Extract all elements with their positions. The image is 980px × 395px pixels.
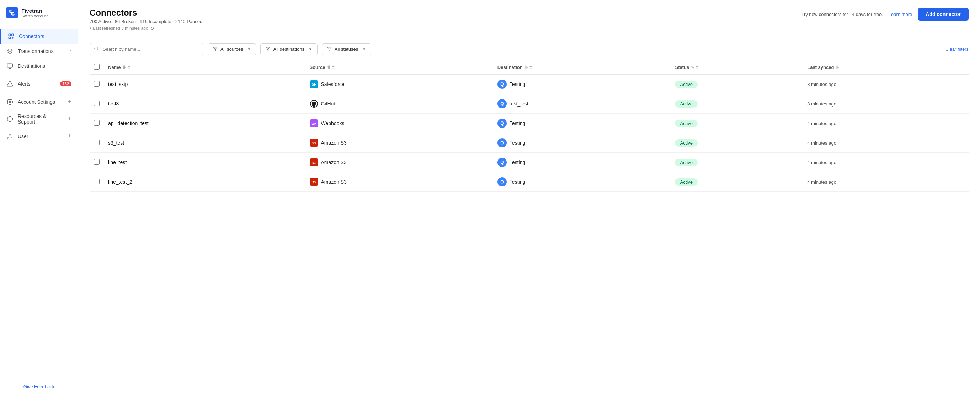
row-last-synced-2: 4 minutes ago	[803, 114, 969, 133]
all-destinations-dropdown[interactable]: All destinations ▼	[260, 43, 317, 56]
connectors-table: Name ⇅ ≡ Source ⇅ ≡	[90, 60, 969, 192]
source-name-5: Amazon S3	[321, 179, 347, 185]
main-content: Connectors 700 Active · 86 Broken · 919 …	[78, 0, 980, 395]
learn-more-link[interactable]: Learn more	[889, 12, 912, 17]
connector-name-0[interactable]: test_skip	[108, 81, 128, 87]
logo-text: Fivetran Switch account	[21, 8, 48, 18]
last-synced-value-3: 4 minutes ago	[807, 140, 836, 146]
row-checkbox-cell-2[interactable]	[90, 114, 104, 133]
th-last-synced[interactable]: Last synced ⇅	[803, 60, 969, 75]
row-name-4: line_test	[104, 153, 305, 172]
row-checkbox-0[interactable]	[94, 81, 100, 87]
th-destination[interactable]: Destination ⇅ ≡	[493, 60, 671, 75]
connector-name-1[interactable]: test3	[108, 101, 119, 106]
connectors-icon	[8, 33, 14, 40]
th-source[interactable]: Source ⇅ ≡	[305, 60, 493, 75]
source-name-1: GitHub	[321, 101, 337, 106]
source-group-icon: ≡	[332, 65, 335, 70]
source-logo-3: S3	[310, 138, 318, 147]
select-all-checkbox[interactable]	[94, 64, 100, 70]
refresh-info: • Last refreshed 3 minutes ago ↻	[90, 25, 202, 31]
dest-name-2: Testing	[509, 121, 525, 126]
svg-text:S3: S3	[312, 181, 316, 184]
source-cell-3: S3 Amazon S3	[310, 138, 489, 147]
source-sort-icon[interactable]: ⇅	[327, 65, 330, 69]
sidebar-item-account-settings[interactable]: Account Settings +	[0, 94, 78, 109]
row-checkbox-cell-0[interactable]	[90, 75, 104, 94]
add-connector-button[interactable]: Add connector	[918, 8, 969, 21]
svg-text:WH: WH	[312, 122, 317, 125]
row-checkbox-cell-4[interactable]	[90, 153, 104, 172]
transformations-icon	[6, 48, 14, 55]
sidebar-item-alerts[interactable]: Alerts 162	[0, 76, 78, 91]
connector-name-2[interactable]: api_detection_test	[108, 121, 149, 126]
all-statuses-dropdown[interactable]: All statuses ▼	[322, 43, 371, 56]
dest-cell-5: Q Testing	[498, 177, 667, 187]
dest-icon-1: Q	[498, 99, 507, 108]
row-checkbox-5[interactable]	[94, 179, 100, 184]
source-logo-5: S3	[310, 178, 318, 186]
status-badge-3: Active	[675, 139, 697, 147]
source-cell-2: WH Webhooks	[310, 119, 489, 127]
switch-account[interactable]: Switch account	[21, 14, 48, 18]
sidebar-item-resources[interactable]: Resources & Support +	[0, 109, 78, 128]
row-checkbox-cell-3[interactable]	[90, 133, 104, 153]
clear-filters-button[interactable]: Clear filters	[945, 46, 969, 52]
status-sort-icon[interactable]: ⇅	[691, 65, 694, 69]
connector-name-5[interactable]: line_test_2	[108, 179, 132, 185]
dest-name-3: Testing	[509, 140, 525, 146]
last-synced-sort-icon[interactable]: ⇅	[836, 65, 839, 69]
th-name[interactable]: Name ⇅ ≡	[104, 60, 305, 75]
sidebar-item-user[interactable]: User +	[0, 128, 78, 144]
sidebar-item-transformations[interactable]: Transformations ›	[0, 44, 78, 59]
row-source-5: S3 Amazon S3	[305, 172, 493, 192]
name-sort-icon[interactable]: ⇅	[123, 65, 126, 69]
row-checkbox-2[interactable]	[94, 120, 100, 126]
row-checkbox-3[interactable]	[94, 140, 100, 145]
sidebar-item-connectors[interactable]: Connectors	[0, 29, 78, 44]
svg-marker-11	[213, 47, 217, 51]
select-all-header[interactable]	[90, 60, 104, 75]
name-group-icon: ≡	[127, 65, 130, 70]
sidebar-footer: Give Feedback	[0, 378, 78, 395]
last-synced-value-5: 4 minutes ago	[807, 179, 836, 185]
table-row: line_test_2 S3 Amazon S3 Q Testing Activ…	[90, 172, 969, 192]
dest-name-0: Testing	[509, 81, 525, 87]
row-checkbox-cell-5[interactable]	[90, 172, 104, 192]
brand-name: Fivetran	[21, 8, 48, 14]
source-cell-1: GitHub	[310, 100, 489, 108]
connector-name-4[interactable]: line_test	[108, 160, 127, 165]
connectors-label: Connectors	[19, 33, 72, 39]
destination-sort-icon[interactable]: ⇅	[525, 65, 528, 69]
resources-icon	[6, 116, 14, 122]
connector-name-3[interactable]: s3_test	[108, 140, 124, 146]
dest-icon-2: Q	[498, 119, 507, 128]
give-feedback-link[interactable]: Give Feedback	[6, 384, 72, 389]
source-logo-4: S3	[310, 158, 318, 167]
search-input[interactable]	[90, 43, 204, 56]
dest-name-1: test_test	[509, 101, 528, 106]
svg-rect-1	[8, 34, 10, 35]
alerts-label: Alerts	[18, 81, 56, 87]
row-status-4: Active	[671, 153, 803, 172]
last-refreshed-text: Last refreshed 3 minutes ago	[93, 26, 148, 31]
row-last-synced-1: 3 minutes ago	[803, 94, 969, 114]
transformations-label: Transformations	[18, 48, 66, 54]
refresh-icon[interactable]: ↻	[150, 25, 154, 31]
destinations-label: Destinations	[18, 63, 72, 69]
row-name-2: api_detection_test	[104, 114, 305, 133]
source-name-3: Amazon S3	[321, 140, 347, 146]
row-checkbox-4[interactable]	[94, 159, 100, 165]
last-synced-value-4: 4 minutes ago	[807, 160, 836, 165]
dest-name-5: Testing	[509, 179, 525, 185]
row-checkbox-1[interactable]	[94, 100, 100, 106]
row-checkbox-cell-1[interactable]	[90, 94, 104, 114]
logo-area[interactable]: Fivetran Switch account	[0, 0, 78, 25]
page-title: Connectors	[90, 8, 202, 18]
th-status[interactable]: Status ⇅ ≡	[671, 60, 803, 75]
all-sources-dropdown[interactable]: All sources ▼	[208, 43, 256, 56]
last-synced-value-0: 3 minutes ago	[807, 82, 836, 87]
row-source-1: GitHub	[305, 94, 493, 114]
sidebar-item-destinations[interactable]: Destinations	[0, 59, 78, 73]
dest-cell-0: Q Testing	[498, 79, 667, 89]
